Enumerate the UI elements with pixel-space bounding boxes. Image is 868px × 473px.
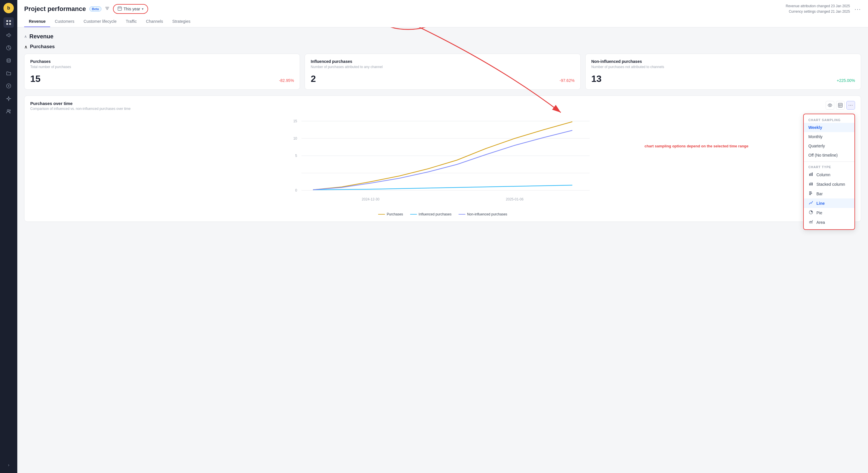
header-right: Revenue attribution changed 23 Jan 2025 … [785,3,861,14]
influenced-value: 2 [311,73,316,84]
svg-rect-20 [809,191,811,193]
purchases-section-title: Purchases [30,44,55,50]
svg-rect-12 [809,174,810,176]
date-filter-button[interactable]: This year ▾ [113,4,148,14]
svg-rect-22 [809,194,811,195]
header: Project performance Beta This year ▾ Rev… [17,0,868,27]
svg-text:10: 10 [293,137,298,141]
annotation-text: chart sampling options depend on the sel… [645,144,748,148]
svg-text:5: 5 [295,154,297,158]
svg-text:0: 0 [295,188,297,193]
non-influenced-purchases-metric-card: Non-influenced purchases Number of purch… [585,54,861,90]
influenced-legend-label: Influenced purchases [419,212,452,216]
chart-options-dropdown: CHART SAMPLING Weekly Monthly Quarterly … [803,114,855,230]
svg-point-36 [382,27,434,29]
attribution-info: Revenue attribution changed 23 Jan 2025 [785,3,850,9]
date-filter-label: This year [124,7,141,11]
non-influenced-value: 13 [591,73,602,84]
purchases-collapse-icon[interactable]: ∧ [24,44,28,50]
type-pie-option[interactable]: Pie [804,208,855,217]
svg-rect-3 [9,23,11,25]
svg-rect-9 [118,7,122,10]
purchases-card-subtitle: Total number of purchases [30,65,294,69]
sidebar-item-sparkle[interactable] [3,93,14,104]
chart-options-button[interactable]: ··· [846,101,855,110]
revenue-section-header: ∧ Revenue [24,33,861,40]
purchases-value: 15 [30,73,41,84]
tab-channels[interactable]: Channels [142,17,168,27]
svg-rect-19 [812,183,813,185]
chart-subtitle: Comparison of influenced vs. non-influen… [30,107,130,111]
chart-type-label: CHART TYPE [804,164,855,170]
purchases-metric-card: Purchases Total number of purchases 15 -… [24,54,300,90]
non-influenced-legend-label: Non-influenced purchases [467,212,507,216]
sidebar-expand-button[interactable]: › [3,460,14,470]
type-line-option[interactable]: Line [804,199,855,208]
sidebar-item-dashboard[interactable] [3,17,14,28]
purchases-change: -82.95% [279,78,294,83]
influenced-purchases-metric-card: Influenced purchases Number of purchases… [305,54,580,90]
chart-card-header: Purchases over time Comparison of influe… [30,101,855,111]
non-influenced-card-value-row: 13 +225.00% [591,73,855,84]
influenced-card-title: Influenced purchases [311,59,575,64]
chart-visibility-button[interactable] [826,101,834,110]
line-chart-icon [808,201,813,206]
sampling-off-option[interactable]: Off (No timeline) [804,151,855,160]
tab-customers[interactable]: Customers [50,17,79,27]
type-area-option[interactable]: Area [804,217,855,227]
sidebar-item-people[interactable] [3,106,14,117]
sidebar-item-analytics[interactable] [3,43,14,53]
sidebar-item-play[interactable] [3,81,14,91]
revenue-collapse-icon[interactable]: ∧ [24,34,27,39]
svg-rect-15 [809,184,810,185]
sidebar-bottom: › [3,460,14,470]
chart-table-button[interactable] [836,101,845,110]
pie-chart-icon [808,210,813,215]
header-title-row: Project performance Beta This year ▾ [24,4,148,14]
currency-info: Currency settings changed 21 Jan 2025 [785,9,850,14]
sidebar-item-data[interactable] [3,55,14,66]
influenced-legend-line [410,214,417,214]
non-influenced-card-title: Non-influenced purchases [591,59,855,64]
sidebar-item-folder[interactable] [3,68,14,79]
legend-influenced: Influenced purchases [410,212,452,216]
svg-rect-1 [9,20,11,22]
tab-customer-lifecycle[interactable]: Customer lifecycle [79,17,121,27]
chart-title: Purchases over time [30,101,130,106]
tab-strategies[interactable]: Strategies [168,17,195,27]
revenue-section-title: Revenue [29,33,53,40]
legend-purchases: Purchases [378,212,403,216]
sampling-monthly-option[interactable]: Monthly [804,132,855,141]
type-stacked-column-option[interactable]: Stacked column [804,179,855,189]
filter-icon[interactable] [105,6,110,12]
more-options-button[interactable]: ··· [855,6,861,12]
svg-rect-21 [809,193,812,194]
sampling-quarterly-option[interactable]: Quarterly [804,141,855,151]
svg-rect-11 [838,103,842,107]
tab-revenue[interactable]: Revenue [24,17,50,27]
influenced-card-value-row: 2 -97.62% [311,73,575,84]
page-title: Project performance [24,5,86,13]
tabs-bar: Revenue Customers Customer lifecycle Tra… [24,17,861,27]
type-column-option[interactable]: Column [804,170,855,179]
chart-legend: Purchases Influenced purchases Non-influ… [30,212,855,216]
purchases-card-value-row: 15 -82.95% [30,73,294,84]
purchases-legend-label: Purchases [387,212,403,216]
sampling-weekly-option[interactable]: Weekly [804,123,855,132]
type-bar-option[interactable]: Bar [804,189,855,199]
area-chart-icon [808,220,813,225]
svg-rect-13 [811,173,811,176]
chart-svg-wrapper: chart sampling options depend on the sel… [30,115,855,209]
svg-rect-2 [6,23,8,25]
options-dots-icon: ··· [848,103,853,108]
sidebar-item-megaphone[interactable] [3,30,14,40]
svg-rect-16 [809,183,810,184]
purchases-card-title: Purchases [30,59,294,64]
non-influenced-change: +225.00% [837,78,855,83]
tab-traffic[interactable]: Traffic [121,17,141,27]
svg-rect-0 [6,20,8,22]
svg-point-7 [7,110,9,111]
influenced-change: -97.62% [560,78,575,83]
svg-point-8 [9,110,11,111]
sidebar: b › [0,0,17,473]
